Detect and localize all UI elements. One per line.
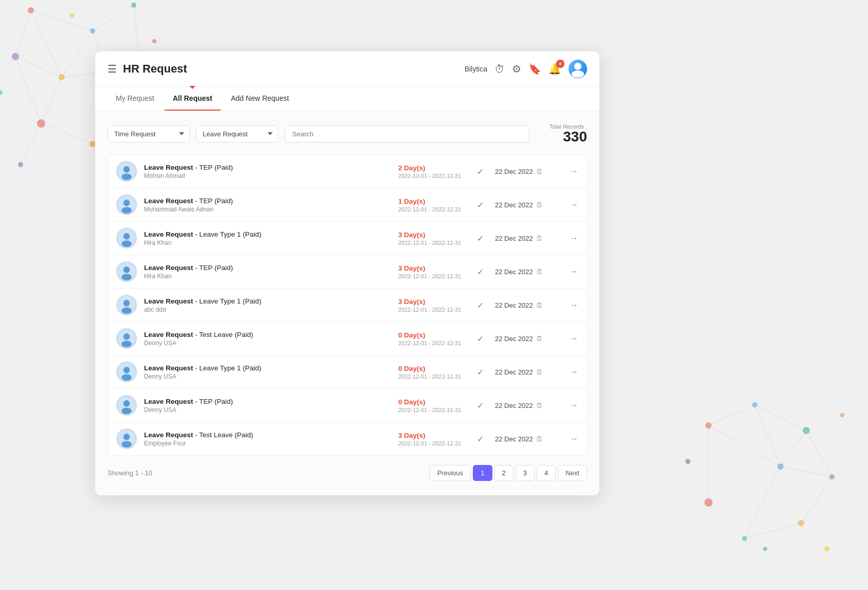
svg-point-45 xyxy=(829,474,835,479)
row-arrow-icon[interactable]: → xyxy=(569,434,578,444)
row-check-icon: ✓ xyxy=(472,234,488,243)
calendar-icon: 🗓 xyxy=(536,235,543,242)
tab-my-request[interactable]: My Request xyxy=(108,87,163,111)
request-row[interactable]: Leave Request - Leave Type 1 (Paid) abc … xyxy=(108,289,587,322)
row-avatar xyxy=(116,161,137,182)
svg-point-48 xyxy=(704,498,713,507)
row-info: Leave Request - Test Leave (Paid) Employ… xyxy=(144,431,391,447)
svg-point-64 xyxy=(121,241,132,247)
row-days: 0 Day(s) 2022-12-01 - 2022-12-31 xyxy=(398,331,465,346)
svg-line-11 xyxy=(15,57,41,123)
app-title: HR Request xyxy=(123,62,465,76)
days-count: 3 Day(s) xyxy=(398,264,465,272)
request-row[interactable]: Leave Request - Test Leave (Paid) Denny … xyxy=(108,322,587,355)
request-row[interactable]: Leave Request - TEP (Paid) Mohsin Ahmad … xyxy=(108,155,587,188)
svg-line-37 xyxy=(755,405,781,467)
svg-point-72 xyxy=(123,333,130,340)
filter-bar: Time Request Leave Request Expense Reque… xyxy=(108,123,587,144)
row-check-icon: ✓ xyxy=(472,200,488,210)
svg-line-8 xyxy=(41,123,93,144)
svg-line-32 xyxy=(806,431,832,477)
row-employee: Denny USA xyxy=(144,406,391,414)
row-arrow-icon[interactable]: → xyxy=(569,333,578,344)
svg-line-12 xyxy=(62,31,93,77)
request-row[interactable]: Leave Request - Leave Type 1 (Paid) Denn… xyxy=(108,355,587,389)
svg-point-53 xyxy=(824,546,829,551)
row-date: 22 Dec 2022 🗓 xyxy=(495,201,562,209)
days-count: 0 Day(s) xyxy=(398,365,465,372)
row-employee: Hira Khan xyxy=(144,239,391,246)
request-row[interactable]: Leave Request - Leave Type 1 (Paid) Hira… xyxy=(108,222,587,255)
avatar[interactable] xyxy=(569,60,587,78)
row-date: 22 Dec 2022 🗓 xyxy=(495,168,562,175)
row-employee: Muhammad Awais Adnan xyxy=(144,206,391,213)
row-arrow-icon[interactable]: → xyxy=(569,200,578,210)
settings-icon[interactable]: ⚙ xyxy=(512,63,521,75)
request-row[interactable]: Leave Request - TEP (Paid) Hira Khan 3 D… xyxy=(108,255,587,289)
app-header: ☰ HR Request Bilytica ⏱ ⚙ 🔖 🔔 0 xyxy=(95,51,599,87)
page-button-4[interactable]: 4 xyxy=(537,465,556,481)
notification-icon[interactable]: 🔔 0 xyxy=(548,63,561,75)
svg-point-44 xyxy=(803,427,810,434)
request-row[interactable]: Leave Request - TEP (Paid) Muhammad Awai… xyxy=(108,188,587,222)
row-days: 2 Day(s) 2022-12-01 - 2022-12-31 xyxy=(398,164,465,179)
row-arrow-icon[interactable]: → xyxy=(569,166,578,177)
days-count: 3 Day(s) xyxy=(398,231,465,239)
row-arrow-icon[interactable]: → xyxy=(569,300,578,311)
days-count: 0 Day(s) xyxy=(398,398,465,406)
svg-line-39 xyxy=(745,467,781,539)
request-row[interactable]: Leave Request - Test Leave (Paid) Employ… xyxy=(108,422,587,455)
type-filter-select[interactable]: Time Request Leave Request Expense Reque… xyxy=(108,126,190,142)
tab-add-new-request[interactable]: Add New Request xyxy=(223,87,297,111)
page-button-2[interactable]: 2 xyxy=(494,465,513,481)
row-title: Leave Request - Leave Type 1 (Paid) xyxy=(144,297,391,305)
row-info: Leave Request - Leave Type 1 (Paid) Denn… xyxy=(144,364,391,380)
previous-button[interactable]: Previous xyxy=(430,465,471,481)
page-button-1[interactable]: 1 xyxy=(473,465,492,481)
row-title: Leave Request - TEP (Paid) xyxy=(144,164,391,171)
request-row[interactable]: Leave Request - TEP (Paid) Denny USA 0 D… xyxy=(108,389,587,422)
svg-line-38 xyxy=(781,467,832,477)
svg-line-6 xyxy=(41,77,62,123)
row-arrow-icon[interactable]: → xyxy=(569,367,578,378)
row-employee: Hira Khan xyxy=(144,273,391,280)
row-check-icon: ✓ xyxy=(472,267,488,277)
svg-point-28 xyxy=(0,90,3,95)
svg-point-16 xyxy=(28,7,34,13)
svg-point-46 xyxy=(798,520,804,526)
bg-network-right xyxy=(678,384,853,559)
svg-point-61 xyxy=(121,207,132,214)
menu-icon[interactable]: ☰ xyxy=(108,63,117,75)
row-days: 3 Day(s) 2022-12-01 - 2022-12-31 xyxy=(398,264,465,279)
svg-point-20 xyxy=(59,74,65,80)
bookmark-icon[interactable]: 🔖 xyxy=(528,63,541,75)
username-label: Bilytica xyxy=(465,65,487,73)
page-button-3[interactable]: 3 xyxy=(516,465,535,481)
clock-icon[interactable]: ⏱ xyxy=(494,63,505,75)
row-days: 0 Day(s) 2022-12-01 - 2022-12-31 xyxy=(398,365,465,380)
svg-point-17 xyxy=(90,28,95,33)
row-employee: Mohsin Ahmad xyxy=(144,172,391,180)
next-button[interactable]: Next xyxy=(558,465,587,481)
svg-point-42 xyxy=(705,422,712,428)
search-input[interactable] xyxy=(285,126,529,142)
days-range: 2022-12-01 - 2022-12-31 xyxy=(398,240,465,246)
row-info: Leave Request - Test Leave (Paid) Denny … xyxy=(144,331,391,347)
svg-line-0 xyxy=(31,10,93,31)
tab-all-request[interactable]: All Request xyxy=(165,87,221,111)
calendar-icon: 🗓 xyxy=(536,335,543,343)
row-info: Leave Request - TEP (Paid) Muhammad Awai… xyxy=(144,197,391,213)
row-arrow-icon[interactable]: → xyxy=(569,400,578,411)
days-count: 3 Day(s) xyxy=(398,432,465,439)
days-count: 2 Day(s) xyxy=(398,164,465,172)
svg-point-82 xyxy=(121,441,132,448)
row-arrow-icon[interactable]: → xyxy=(569,266,578,277)
row-arrow-icon[interactable]: → xyxy=(569,233,578,244)
row-date: 22 Dec 2022 🗓 xyxy=(495,368,562,376)
svg-point-78 xyxy=(123,400,130,407)
row-date: 22 Dec 2022 🗓 xyxy=(495,268,562,276)
svg-point-49 xyxy=(777,463,784,470)
svg-line-4 xyxy=(15,57,62,77)
category-filter-select[interactable]: Leave Request Time Request Other xyxy=(196,126,278,142)
calendar-icon: 🗓 xyxy=(536,168,543,175)
